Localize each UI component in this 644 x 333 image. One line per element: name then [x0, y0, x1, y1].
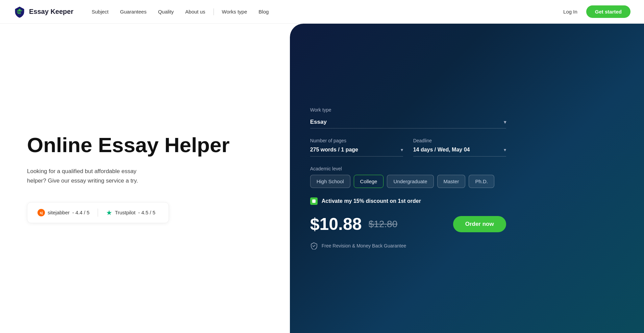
- current-price: $10.88: [310, 214, 362, 234]
- academic-undergraduate[interactable]: Undergraduate: [387, 175, 434, 188]
- academic-label: Academic level: [310, 166, 506, 171]
- trustpilot-rating: ★ Trustpilot - 4.5 / 5: [106, 209, 155, 217]
- trustpilot-score: - 4.5 / 5: [138, 210, 155, 215]
- logo[interactable]: Essay Keeper: [14, 6, 73, 18]
- academic-phd[interactable]: Ph.D.: [469, 175, 494, 188]
- order-form: Work type Essay ▾ Number of pages 275 wo…: [310, 107, 506, 249]
- nav-subject[interactable]: Subject: [87, 6, 113, 17]
- main-layout: Online Essay Helper Looking for a qualif…: [0, 24, 644, 333]
- trustpilot-icon: ★: [106, 209, 112, 217]
- price-row: $10.88 $12.80 Order now: [310, 214, 506, 234]
- get-started-button[interactable]: Get started: [586, 5, 630, 18]
- ratings-card: sj sitejabber - 4.4 / 5 ★ Trustpilot - 4…: [27, 202, 169, 223]
- deadline-arrow-icon: ▾: [504, 147, 506, 152]
- academic-high-school[interactable]: High School: [310, 175, 350, 188]
- header: Essay Keeper Subject Guarantees Quality …: [0, 0, 644, 24]
- academic-section: Academic level High School College Under…: [310, 166, 506, 188]
- hero-subtitle: Looking for a qualified but affordable e…: [27, 167, 155, 185]
- pages-field: Number of pages 275 words / 1 page ▾: [310, 138, 403, 157]
- sitejabber-score: - 4.4 / 5: [72, 210, 90, 215]
- rating-divider: [98, 209, 98, 217]
- work-type-section: Work type Essay ▾: [310, 107, 506, 128]
- work-type-label: Work type: [310, 107, 506, 113]
- sitejabber-rating: sj sitejabber - 4.4 / 5: [38, 209, 90, 216]
- sitejabber-name: sitejabber: [48, 210, 70, 215]
- nav-divider: [214, 8, 214, 15]
- discount-label: Activate my 15% discount on 1st order: [322, 198, 421, 204]
- deadline-value: 14 days / Wed, May 04: [413, 147, 470, 153]
- pages-arrow-icon: ▾: [401, 147, 403, 152]
- pages-label: Number of pages: [310, 138, 403, 143]
- nav-blog[interactable]: Blog: [254, 6, 273, 17]
- order-now-button[interactable]: Order now: [453, 216, 506, 232]
- nav-guarantees[interactable]: Guarantees: [115, 6, 151, 17]
- nav-about[interactable]: About us: [180, 6, 210, 17]
- academic-college[interactable]: College: [354, 175, 384, 188]
- left-panel: Online Essay Helper Looking for a qualif…: [0, 24, 290, 333]
- guarantee-text: Free Revision & Money Back Guarantee: [322, 243, 406, 248]
- logo-text: Essay Keeper: [29, 8, 73, 16]
- logo-icon: [14, 6, 26, 18]
- discount-row: Activate my 15% discount on 1st order: [310, 197, 506, 205]
- hero-title: Online Essay Helper: [27, 134, 263, 157]
- login-button[interactable]: Log In: [558, 6, 583, 17]
- deadline-label: Deadline: [413, 138, 506, 143]
- pages-deadline-section: Number of pages 275 words / 1 page ▾ Dea…: [310, 138, 506, 157]
- deadline-field: Deadline 14 days / Wed, May 04 ▾: [413, 138, 506, 157]
- academic-buttons: High School College Undergraduate Master…: [310, 175, 506, 188]
- nav-right: Log In Get started: [558, 5, 630, 18]
- right-panel: Work type Essay ▾ Number of pages 275 wo…: [290, 24, 644, 333]
- pages-value: 275 words / 1 page: [310, 147, 358, 153]
- discount-checkbox[interactable]: [310, 197, 318, 205]
- sitejabber-icon: sj: [38, 209, 45, 216]
- pages-select[interactable]: 275 words / 1 page ▾: [310, 147, 403, 157]
- trustpilot-name: Trustpilot: [115, 210, 135, 215]
- academic-master[interactable]: Master: [437, 175, 466, 188]
- shield-icon: [310, 242, 318, 249]
- guarantee-row: Free Revision & Money Back Guarantee: [310, 242, 506, 249]
- checkbox-check-icon: [312, 199, 316, 203]
- work-type-arrow-icon: ▾: [504, 119, 506, 125]
- nav-works-type[interactable]: Works type: [217, 6, 252, 17]
- main-nav: Subject Guarantees Quality About us Work…: [87, 6, 558, 17]
- work-type-value: Essay: [310, 119, 327, 125]
- old-price: $12.80: [369, 219, 398, 230]
- deadline-select[interactable]: 14 days / Wed, May 04 ▾: [413, 147, 506, 157]
- nav-quality[interactable]: Quality: [153, 6, 179, 17]
- work-type-select[interactable]: Essay ▾: [310, 116, 506, 128]
